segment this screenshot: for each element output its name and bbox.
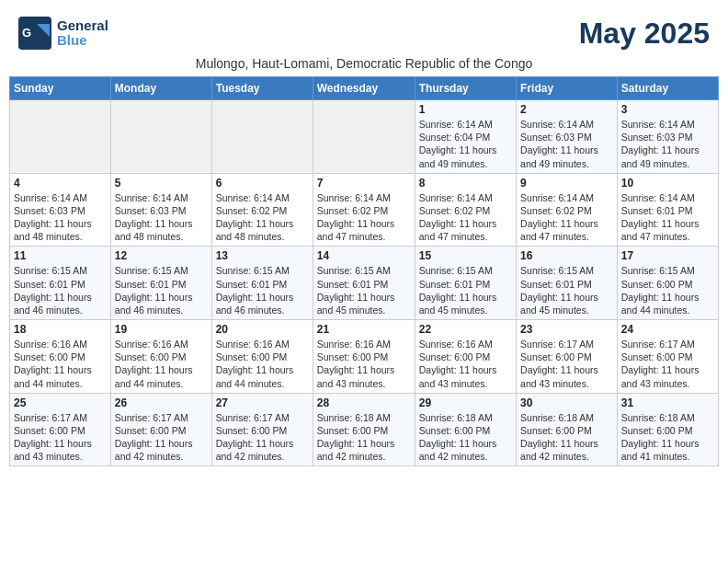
day-number: 14 (317, 249, 411, 262)
day-number: 20 (216, 323, 309, 336)
calendar-day-cell: 11Sunrise: 6:15 AM Sunset: 6:01 PM Dayli… (10, 247, 111, 320)
day-number: 2 (520, 103, 613, 116)
day-info: Sunrise: 6:14 AM Sunset: 6:03 PM Dayligh… (621, 118, 714, 170)
day-number: 10 (621, 177, 714, 190)
day-info: Sunrise: 6:16 AM Sunset: 6:00 PM Dayligh… (216, 338, 309, 390)
day-number: 18 (14, 323, 107, 336)
day-number: 22 (419, 323, 512, 336)
calendar-day-cell: 23Sunrise: 6:17 AM Sunset: 6:00 PM Dayli… (517, 320, 618, 394)
calendar-day-cell (211, 100, 313, 174)
day-info: Sunrise: 6:14 AM Sunset: 6:03 PM Dayligh… (14, 191, 107, 244)
calendar-day-cell: 20Sunrise: 6:16 AM Sunset: 6:00 PM Dayli… (211, 320, 313, 394)
day-info: Sunrise: 6:15 AM Sunset: 6:01 PM Dayligh… (14, 264, 107, 316)
day-info: Sunrise: 6:18 AM Sunset: 6:00 PM Dayligh… (621, 411, 714, 464)
day-info: Sunrise: 6:15 AM Sunset: 6:01 PM Dayligh… (115, 264, 208, 316)
calendar-day-cell: 4Sunrise: 6:14 AM Sunset: 6:03 PM Daylig… (10, 173, 111, 247)
day-number: 17 (621, 249, 714, 262)
day-number: 27 (216, 396, 309, 409)
calendar-subtitle: Mulongo, Haut-Lomami, Democratic Republi… (9, 56, 719, 71)
day-info: Sunrise: 6:14 AM Sunset: 6:01 PM Dayligh… (621, 191, 714, 244)
calendar-day-cell: 25Sunrise: 6:17 AM Sunset: 6:00 PM Dayli… (10, 393, 111, 466)
calendar-day-cell: 10Sunrise: 6:14 AM Sunset: 6:01 PM Dayli… (617, 173, 718, 247)
day-info: Sunrise: 6:18 AM Sunset: 6:00 PM Dayligh… (419, 411, 512, 464)
svg-text:G: G (22, 26, 31, 40)
day-number: 31 (621, 396, 714, 409)
day-info: Sunrise: 6:16 AM Sunset: 6:00 PM Dayligh… (115, 338, 208, 390)
weekday-header-sunday: Sunday (10, 77, 111, 100)
day-info: Sunrise: 6:18 AM Sunset: 6:00 PM Dayligh… (520, 411, 613, 464)
day-number: 12 (115, 249, 208, 262)
day-number: 30 (520, 396, 613, 409)
day-info: Sunrise: 6:14 AM Sunset: 6:03 PM Dayligh… (115, 191, 208, 244)
calendar-day-cell: 14Sunrise: 6:15 AM Sunset: 6:01 PM Dayli… (313, 247, 415, 320)
day-number: 19 (115, 323, 208, 336)
calendar-day-cell: 29Sunrise: 6:18 AM Sunset: 6:00 PM Dayli… (415, 393, 516, 466)
calendar-day-cell: 5Sunrise: 6:14 AM Sunset: 6:03 PM Daylig… (110, 173, 211, 247)
calendar-day-cell (313, 100, 415, 174)
calendar-day-cell: 31Sunrise: 6:18 AM Sunset: 6:00 PM Dayli… (617, 393, 718, 466)
calendar-table: SundayMondayTuesdayWednesdayThursdayFrid… (9, 76, 719, 466)
calendar-day-cell: 7Sunrise: 6:14 AM Sunset: 6:02 PM Daylig… (313, 173, 415, 247)
day-info: Sunrise: 6:15 AM Sunset: 6:01 PM Dayligh… (317, 264, 411, 316)
day-number: 7 (317, 177, 411, 190)
day-info: Sunrise: 6:17 AM Sunset: 6:00 PM Dayligh… (115, 411, 208, 464)
day-info: Sunrise: 6:18 AM Sunset: 6:00 PM Dayligh… (317, 411, 411, 464)
day-number: 15 (419, 249, 512, 262)
calendar-day-cell: 27Sunrise: 6:17 AM Sunset: 6:00 PM Dayli… (211, 393, 313, 466)
calendar-day-cell: 1Sunrise: 6:14 AM Sunset: 6:04 PM Daylig… (415, 100, 516, 174)
day-number: 11 (14, 249, 107, 262)
day-info: Sunrise: 6:16 AM Sunset: 6:00 PM Dayligh… (419, 338, 512, 390)
calendar-day-cell: 9Sunrise: 6:14 AM Sunset: 6:02 PM Daylig… (517, 173, 618, 247)
calendar-day-cell: 12Sunrise: 6:15 AM Sunset: 6:01 PM Dayli… (110, 247, 211, 320)
day-info: Sunrise: 6:14 AM Sunset: 6:03 PM Dayligh… (520, 118, 613, 170)
day-number: 6 (216, 177, 309, 190)
day-info: Sunrise: 6:17 AM Sunset: 6:00 PM Dayligh… (520, 338, 613, 390)
weekday-header-row: SundayMondayTuesdayWednesdayThursdayFrid… (10, 77, 719, 100)
day-number: 3 (621, 103, 714, 116)
day-number: 25 (14, 396, 107, 409)
day-info: Sunrise: 6:17 AM Sunset: 6:00 PM Dayligh… (14, 411, 107, 464)
day-number: 9 (520, 177, 613, 190)
day-number: 26 (115, 396, 208, 409)
calendar-day-cell: 13Sunrise: 6:15 AM Sunset: 6:01 PM Dayli… (211, 247, 313, 320)
calendar-day-cell: 21Sunrise: 6:16 AM Sunset: 6:00 PM Dayli… (313, 320, 415, 394)
calendar-day-cell: 6Sunrise: 6:14 AM Sunset: 6:02 PM Daylig… (211, 173, 313, 247)
logo-blue: Blue (57, 33, 108, 49)
calendar-day-cell: 30Sunrise: 6:18 AM Sunset: 6:00 PM Dayli… (517, 393, 618, 466)
calendar-day-cell: 17Sunrise: 6:15 AM Sunset: 6:00 PM Dayli… (617, 247, 718, 320)
logo: G General Blue (18, 17, 108, 50)
calendar-week-row: 11Sunrise: 6:15 AM Sunset: 6:01 PM Dayli… (10, 247, 719, 320)
day-info: Sunrise: 6:14 AM Sunset: 6:02 PM Dayligh… (317, 191, 411, 244)
month-title: May 2025 (579, 17, 710, 51)
logo-general: General (57, 18, 108, 34)
day-number: 28 (317, 396, 411, 409)
day-info: Sunrise: 6:15 AM Sunset: 6:01 PM Dayligh… (520, 264, 613, 316)
calendar-day-cell: 18Sunrise: 6:16 AM Sunset: 6:00 PM Dayli… (10, 320, 111, 394)
weekday-header-monday: Monday (110, 77, 211, 100)
day-number: 16 (520, 249, 613, 262)
calendar-day-cell: 22Sunrise: 6:16 AM Sunset: 6:00 PM Dayli… (415, 320, 516, 394)
day-info: Sunrise: 6:14 AM Sunset: 6:04 PM Dayligh… (419, 118, 512, 170)
weekday-header-saturday: Saturday (617, 77, 718, 100)
day-info: Sunrise: 6:14 AM Sunset: 6:02 PM Dayligh… (419, 191, 512, 244)
calendar-day-cell (10, 100, 111, 174)
day-number: 13 (216, 249, 309, 262)
logo-icon: G (18, 17, 51, 50)
calendar-day-cell: 19Sunrise: 6:16 AM Sunset: 6:00 PM Dayli… (110, 320, 211, 394)
calendar-day-cell: 28Sunrise: 6:18 AM Sunset: 6:00 PM Dayli… (313, 393, 415, 466)
weekday-header-wednesday: Wednesday (313, 77, 415, 100)
day-info: Sunrise: 6:16 AM Sunset: 6:00 PM Dayligh… (14, 338, 107, 390)
calendar-day-cell: 24Sunrise: 6:17 AM Sunset: 6:00 PM Dayli… (617, 320, 718, 394)
day-info: Sunrise: 6:17 AM Sunset: 6:00 PM Dayligh… (621, 338, 714, 390)
day-number: 29 (419, 396, 512, 409)
calendar-day-cell: 2Sunrise: 6:14 AM Sunset: 6:03 PM Daylig… (517, 100, 618, 174)
day-info: Sunrise: 6:14 AM Sunset: 6:02 PM Dayligh… (520, 191, 613, 244)
calendar-day-cell: 26Sunrise: 6:17 AM Sunset: 6:00 PM Dayli… (110, 393, 211, 466)
day-info: Sunrise: 6:15 AM Sunset: 6:01 PM Dayligh… (216, 264, 309, 316)
weekday-header-friday: Friday (517, 77, 618, 100)
calendar-day-cell: 15Sunrise: 6:15 AM Sunset: 6:01 PM Dayli… (415, 247, 516, 320)
day-info: Sunrise: 6:17 AM Sunset: 6:00 PM Dayligh… (216, 411, 309, 464)
calendar-day-cell: 16Sunrise: 6:15 AM Sunset: 6:01 PM Dayli… (517, 247, 618, 320)
day-info: Sunrise: 6:15 AM Sunset: 6:01 PM Dayligh… (419, 264, 512, 316)
day-number: 23 (520, 323, 613, 336)
